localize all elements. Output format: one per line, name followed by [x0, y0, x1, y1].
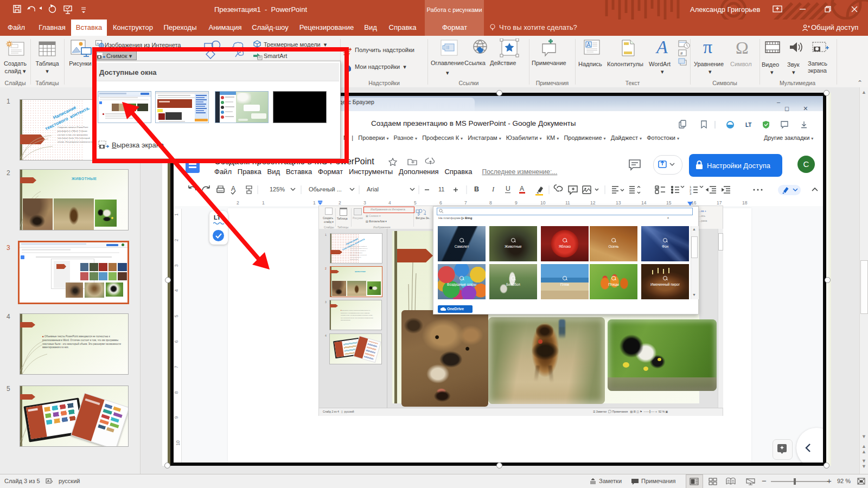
svg-text:B: B: [474, 185, 479, 193]
svg-text:Arial: Arial: [367, 186, 379, 192]
svg-text:A: A: [520, 185, 524, 192]
svg-text:11: 11: [438, 186, 444, 192]
svg-text:3: 3: [690, 192, 692, 195]
svg-text:A: A: [587, 42, 591, 48]
svg-text:Обычный ...: Обычный ...: [309, 186, 342, 192]
svg-text:I: I: [492, 185, 495, 193]
svg-text:LT: LT: [745, 122, 751, 128]
svg-text:#: #: [680, 51, 683, 56]
svg-text:U: U: [506, 185, 510, 192]
